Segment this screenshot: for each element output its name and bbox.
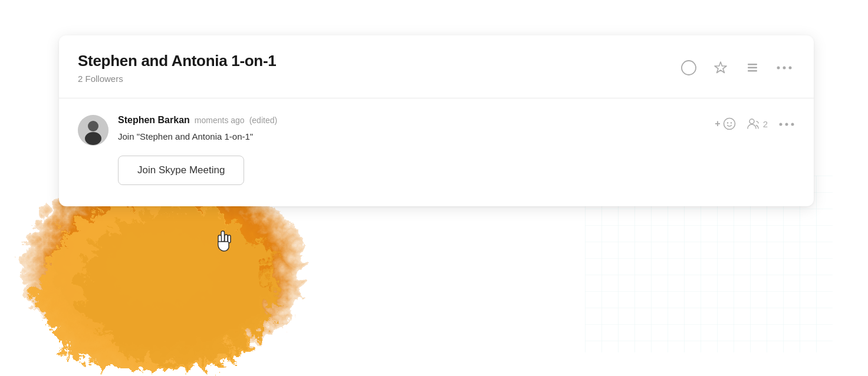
post-right-actions: + 2 bbox=[715, 117, 795, 130]
svg-point-15 bbox=[730, 122, 731, 123]
members-count-button[interactable]: 2 bbox=[747, 117, 768, 130]
post-text: Join "Stephen and Antonia 1-on-1" bbox=[118, 130, 705, 144]
post-time: moments ago bbox=[195, 116, 245, 125]
svg-point-14 bbox=[726, 122, 728, 123]
card-header-left: Stephen and Antonia 1-on-1 2 Followers bbox=[78, 52, 276, 84]
svg-point-12 bbox=[85, 132, 101, 145]
post-meta: Stephen Barkan moments ago (edited) bbox=[118, 115, 705, 126]
card-header: Stephen and Antonia 1-on-1 2 Followers bbox=[59, 35, 814, 98]
members-number: 2 bbox=[763, 119, 768, 129]
layers-icon bbox=[745, 61, 760, 75]
main-card: Stephen and Antonia 1-on-1 2 Followers bbox=[59, 35, 814, 206]
post: Stephen Barkan moments ago (edited) Join… bbox=[78, 115, 795, 185]
svg-rect-5 bbox=[748, 67, 757, 69]
star-icon bbox=[713, 60, 728, 75]
members-icon bbox=[747, 117, 760, 130]
layers-icon-button[interactable] bbox=[742, 57, 763, 78]
svg-point-1 bbox=[74, 202, 268, 355]
svg-point-13 bbox=[724, 118, 735, 130]
more-options-button[interactable] bbox=[774, 57, 795, 78]
star-icon-button[interactable] bbox=[710, 57, 731, 78]
svg-point-7 bbox=[777, 67, 780, 70]
card-actions bbox=[678, 57, 795, 78]
svg-point-18 bbox=[785, 123, 788, 126]
circle-icon-button[interactable] bbox=[678, 57, 699, 78]
card-body: Stephen Barkan moments ago (edited) Join… bbox=[59, 98, 814, 206]
plus-icon: + bbox=[715, 118, 720, 129]
svg-point-9 bbox=[789, 67, 792, 70]
post-content: Stephen Barkan moments ago (edited) Join… bbox=[118, 115, 705, 185]
circle-icon bbox=[680, 60, 697, 76]
smiley-icon bbox=[723, 117, 736, 130]
card-title: Stephen and Antonia 1-on-1 bbox=[78, 52, 276, 70]
svg-point-19 bbox=[791, 123, 794, 126]
post-more-icon bbox=[778, 121, 795, 127]
svg-point-16 bbox=[749, 119, 754, 124]
join-skype-meeting-button[interactable]: Join Skype Meeting bbox=[118, 156, 244, 185]
followers-count: 2 Followers bbox=[78, 74, 276, 84]
add-reaction-button[interactable]: + bbox=[715, 117, 735, 130]
svg-point-3 bbox=[682, 61, 696, 75]
post-more-options-button[interactable] bbox=[778, 118, 795, 130]
avatar bbox=[78, 115, 108, 146]
post-edited: (edited) bbox=[249, 116, 277, 125]
svg-rect-6 bbox=[748, 70, 757, 72]
svg-rect-4 bbox=[748, 64, 757, 65]
svg-point-17 bbox=[780, 123, 782, 126]
svg-point-8 bbox=[783, 67, 786, 70]
post-author: Stephen Barkan bbox=[118, 115, 190, 126]
avatar-image bbox=[78, 115, 108, 146]
svg-point-11 bbox=[88, 121, 98, 131]
more-options-icon bbox=[776, 65, 793, 71]
